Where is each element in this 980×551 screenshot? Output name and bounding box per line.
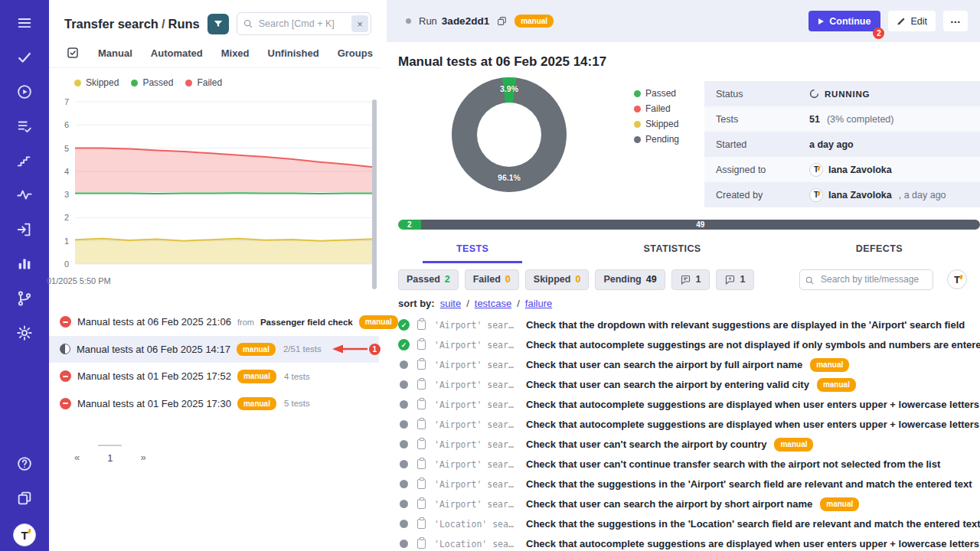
legend-failed: Failed — [197, 77, 222, 88]
test-row[interactable]: 'Location' sea… Check that the suggestio… — [379, 514, 980, 534]
tab-automated[interactable]: Automated — [151, 47, 203, 59]
tab-statistics[interactable]: STATISTICS — [610, 239, 735, 263]
test-title[interactable]: Check that autocomplete suggestions are … — [526, 399, 979, 410]
filter-failed-button[interactable]: Failed0 — [465, 269, 519, 290]
run-title[interactable]: Manual tests at 06 Feb 2025 21:06 — [77, 316, 231, 328]
test-row[interactable]: 'Airport' sear… Check that autocomplete … — [379, 415, 980, 435]
filter-pending-button[interactable]: Pending49 — [595, 269, 665, 290]
play-circle-icon[interactable] — [15, 83, 34, 101]
continue-button[interactable]: Continue 2 — [808, 11, 880, 31]
tab-tests[interactable]: TESTS — [423, 239, 522, 263]
clipboard-icon — [417, 499, 426, 509]
tab-mixed[interactable]: Mixed — [221, 47, 250, 59]
runs-search: × — [237, 12, 371, 35]
continue-label: Continue — [829, 16, 871, 27]
copy-run-id-button[interactable] — [497, 16, 507, 26]
user-avatar[interactable]: T — [13, 523, 36, 546]
add-comment-button[interactable]: 1 — [716, 269, 754, 290]
tests-search-input[interactable] — [799, 269, 933, 290]
run-detail-main: Run 3ade2dd1 manual Continue 2 Edit ⋯ Ma… — [379, 0, 980, 551]
test-list-icon[interactable] — [15, 117, 34, 135]
pending-icon — [400, 400, 408, 409]
test-title[interactable]: Check that autocomplete suggestings are … — [526, 339, 980, 350]
test-title[interactable]: Check that the suggestions in the 'Airpo… — [526, 478, 972, 490]
info-label: Created by — [716, 190, 809, 201]
brand-avatar[interactable]: T — [947, 269, 967, 289]
run-from-name[interactable]: Passenger field check — [260, 318, 353, 327]
sort-by-testcase[interactable]: testcase — [475, 298, 511, 309]
spinner-icon — [809, 89, 819, 99]
test-suite: 'Airport' sear… — [434, 380, 520, 390]
test-row[interactable]: 'Airport' sear… Check that user can't se… — [379, 435, 980, 455]
filter-passed-button[interactable]: Passed2 — [398, 269, 459, 290]
run-title[interactable]: Manual tests at 01 Feb 2025 17:30 — [77, 398, 231, 409]
info-row-status: Status RUNNING — [704, 81, 980, 106]
sort-by-failure[interactable]: failure — [525, 298, 552, 309]
pending-icon — [400, 540, 408, 548]
test-row[interactable]: 'Airport' sear… Check that user can't co… — [379, 455, 980, 474]
run-row-selected[interactable]: Manual tests at 06 Feb 2025 14:17 manual… — [49, 336, 379, 364]
assignee-name[interactable]: Iana Zavoloka — [828, 165, 892, 175]
run-row[interactable]: Manual tests at 01 Feb 2025 17:30 manual… — [49, 390, 379, 418]
run-title[interactable]: Manual tests at 01 Feb 2025 17:52 — [77, 370, 231, 382]
run-title[interactable]: Manual tests at 06 Feb 2025 14:17 — [77, 344, 230, 355]
creator-name[interactable]: Iana Zavoloka — [828, 190, 892, 201]
test-title[interactable]: Check that user can search the airport b… — [526, 498, 812, 510]
pagination-page-1[interactable]: 1 — [98, 445, 122, 464]
legend-pending: Pending — [645, 134, 679, 145]
run-row[interactable]: Manual tests at 01 Feb 2025 17:52 manual… — [49, 363, 379, 390]
pending-icon — [400, 520, 408, 528]
test-row[interactable]: 'Airport' sear… Check that user can sear… — [379, 494, 980, 514]
test-row[interactable]: 'Airport' sear… Check that autocomplete … — [379, 395, 980, 415]
clipboard-icon — [417, 320, 426, 330]
test-suite: 'Airport' sear… — [434, 499, 520, 510]
test-suite: 'Airport' sear… — [434, 479, 520, 490]
tab-groups[interactable]: Groups — [338, 47, 373, 59]
git-branch-icon[interactable] — [15, 289, 34, 308]
filter-skipped-button[interactable]: Skipped0 — [525, 269, 590, 290]
steps-icon[interactable] — [15, 152, 34, 170]
check-icon[interactable] — [15, 48, 34, 67]
test-title[interactable]: Check that user can't continue transfer … — [526, 458, 940, 470]
test-title[interactable]: Check that the suggestions in the 'Locat… — [526, 518, 980, 530]
activity-icon[interactable] — [15, 186, 34, 204]
test-title[interactable]: Check that autocomplete suggestions are … — [526, 419, 979, 430]
test-title[interactable]: Check that user can search the airport b… — [526, 379, 809, 390]
copy-pages-icon[interactable] — [15, 489, 34, 507]
comments-button[interactable]: 1 — [671, 269, 710, 290]
run-row[interactable]: Manual tests at 06 Feb 2025 21:06 from P… — [49, 308, 379, 336]
tab-defects[interactable]: DEFECTS — [822, 239, 936, 263]
bar-chart-icon[interactable] — [15, 255, 34, 273]
test-row[interactable]: 'Airport' sear… Check that the dropdown … — [379, 315, 980, 335]
test-row[interactable]: 'Airport' sear… Check that user can sear… — [379, 355, 980, 375]
help-icon[interactable] — [15, 455, 34, 473]
test-title[interactable]: Check that the dropdown with relevant su… — [526, 319, 965, 331]
tests-list: 'Airport' sear… Check that the dropdown … — [379, 315, 980, 551]
filter-button[interactable] — [207, 14, 229, 34]
test-row[interactable]: 'Airport' sear… Check that the suggestio… — [379, 474, 980, 494]
panel-scrollbar[interactable] — [372, 99, 377, 289]
run-test-count: 2/51 tests — [283, 344, 322, 354]
sign-in-icon[interactable] — [15, 220, 34, 239]
test-row[interactable]: 'Airport' sear… Check that user can sear… — [379, 375, 980, 395]
gear-icon[interactable] — [15, 324, 34, 342]
pagination-next[interactable]: » — [140, 445, 145, 463]
test-row[interactable]: 'Airport' sear… Check that autocomplete … — [379, 335, 980, 355]
search-clear-button[interactable]: × — [351, 15, 368, 32]
edit-button[interactable]: Edit — [888, 11, 936, 31]
breadcrumb-parent[interactable]: Transfer search — [64, 17, 158, 31]
detail-tabs: TESTS STATISTICS DEFECTS — [379, 239, 980, 263]
select-all-icon[interactable] — [66, 46, 80, 60]
tab-manual[interactable]: Manual — [98, 47, 132, 59]
test-row[interactable]: 'Location' sea… Check that autocomplete … — [379, 534, 980, 551]
donut-passed-label: 3.9% — [500, 84, 518, 93]
info-row-started: Started a day ago — [704, 132, 980, 157]
more-actions-button[interactable]: ⋯ — [943, 11, 968, 31]
test-title[interactable]: Check that autocomplete suggestions are … — [526, 538, 979, 549]
sort-by-suite[interactable]: suite — [440, 298, 461, 309]
tab-unfinished[interactable]: Unfinished — [268, 47, 319, 59]
test-title[interactable]: Check that user can't search the airport… — [526, 439, 766, 450]
test-title[interactable]: Check that user can search the airport b… — [526, 359, 802, 370]
menu-icon[interactable] — [15, 14, 34, 32]
pagination-prev[interactable]: « — [74, 445, 80, 463]
